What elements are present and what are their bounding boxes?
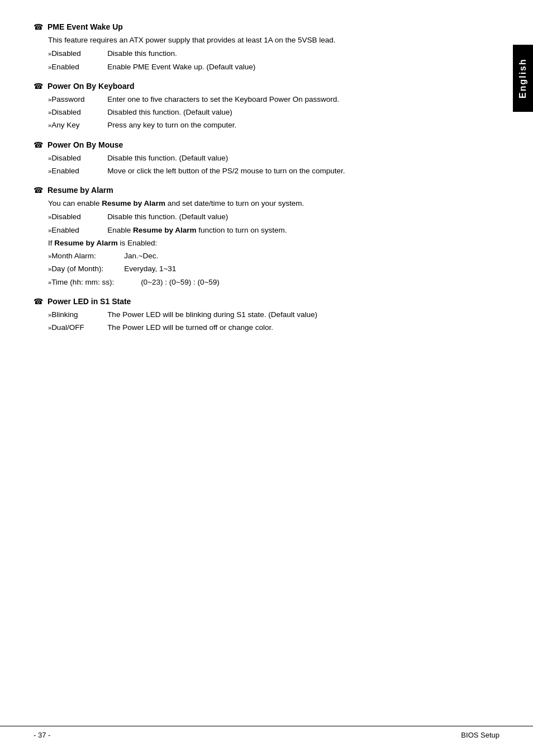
list-item: » Enabled Enable PME Event Wake up. (Def…	[48, 62, 472, 73]
item-key: Month Alarm:	[51, 252, 124, 260]
item-desc: Disable this function. (Default value)	[107, 211, 228, 223]
item-key: Day (of Month):	[51, 264, 124, 273]
section-resume-by-alarm: ☎ Resume by Alarm You can enable Resume …	[34, 186, 472, 288]
list-item: » Disabled Disable this function.	[48, 48, 472, 59]
section-header: ☎ Power On By Keyboard	[34, 82, 472, 91]
item-key: Disabled	[51, 108, 107, 116]
item-key: Enabled	[51, 63, 107, 71]
section-power-on-by-mouse: ☎ Power On By Mouse » Disabled Disable t…	[34, 140, 472, 177]
sidebar-label: English	[518, 58, 528, 98]
footer-label: BIOS Setup	[461, 731, 499, 739]
item-desc: Press any key to turn on the computer.	[107, 120, 236, 131]
phone-icon: ☎	[34, 186, 43, 195]
item-key: Blinking	[51, 310, 107, 319]
item-key: Disabled	[51, 212, 107, 221]
list-item: » Enabled Move or click the left button …	[48, 166, 472, 177]
list-item: » Disabled Disable this function. (Defau…	[48, 211, 472, 223]
item-key: Enabled	[51, 226, 107, 234]
item-desc: Disable this function.	[107, 48, 177, 59]
section-intro: You can enable Resume by Alarm and set d…	[48, 198, 472, 209]
section-pme-event-wake-up: ☎ PME Event Wake Up This feature require…	[34, 22, 472, 73]
item-key: Any Key	[51, 121, 107, 129]
phone-icon: ☎	[34, 82, 43, 91]
item-desc: Enable PME Event Wake up. (Default value…	[107, 62, 255, 73]
item-key: Password	[51, 95, 107, 103]
phone-icon: ☎	[34, 22, 43, 31]
section-header: ☎ Power LED in S1 State	[34, 297, 472, 306]
footer: - 37 - BIOS Setup	[0, 726, 533, 739]
sidebar-tab: English	[513, 45, 533, 112]
item-desc: Jan.~Dec.	[124, 251, 158, 262]
item-key: Time (hh: mm: ss):	[51, 278, 141, 286]
item-key: Enabled	[51, 167, 107, 175]
section-power-on-by-keyboard: ☎ Power On By Keyboard » Password Enter …	[34, 82, 472, 131]
item-desc: Disabled this function. (Default value)	[107, 107, 232, 118]
list-item: » Blinking The Power LED will be blinkin…	[48, 309, 472, 320]
section-header: ☎ Power On By Mouse	[34, 140, 472, 149]
item-desc: Disable this function. (Default value)	[107, 153, 228, 164]
item-desc: Everyday, 1~31	[124, 263, 176, 275]
item-desc: Enable Resume by Alarm function to turn …	[107, 225, 287, 236]
list-item: » Dual/OFF The Power LED will be turned …	[48, 322, 472, 333]
section-intro: This feature requires an ATX power suppl…	[48, 35, 472, 46]
section-title: Power LED in S1 State	[47, 297, 131, 306]
phone-icon: ☎	[34, 297, 43, 306]
list-item: » Day (of Month): Everyday, 1~31	[48, 263, 472, 275]
content-area: ☎ PME Event Wake Up This feature require…	[34, 22, 499, 333]
list-item: » Month Alarm: Jan.~Dec.	[48, 251, 472, 262]
item-desc: The Power LED will be turned off or chan…	[107, 322, 273, 333]
section-title: PME Event Wake Up	[47, 22, 123, 31]
footer-page-number: - 37 -	[34, 731, 50, 739]
page-container: English ☎ PME Event Wake Up This feature…	[0, 0, 533, 756]
section-title: Power On By Mouse	[47, 140, 123, 149]
list-item: » Disabled Disabled this function. (Defa…	[48, 107, 472, 118]
section-title: Resume by Alarm	[47, 186, 113, 195]
item-desc: If Resume by Alarm is Enabled:	[48, 238, 157, 249]
list-item: » Time (hh: mm: ss): (0~23) : (0~59) : (…	[48, 277, 472, 288]
list-item: » Disabled Disable this function. (Defau…	[48, 153, 472, 164]
item-key: Disabled	[51, 154, 107, 162]
section-header: ☎ PME Event Wake Up	[34, 22, 472, 31]
section-title: Power On By Keyboard	[47, 82, 135, 91]
list-item: » Any Key Press any key to turn on the c…	[48, 120, 472, 131]
list-item: » Password Enter one to five characters …	[48, 94, 472, 105]
item-desc: The Power LED will be blinking during S1…	[107, 309, 317, 320]
item-key: Dual/OFF	[51, 323, 107, 332]
list-item: » Enabled Enable Resume by Alarm functio…	[48, 225, 472, 236]
phone-icon: ☎	[34, 140, 43, 149]
item-desc: Move or click the left button of the PS/…	[107, 166, 345, 177]
item-key: Disabled	[51, 49, 107, 58]
item-desc: Enter one to five characters to set the …	[107, 94, 339, 105]
list-item: If Resume by Alarm is Enabled:	[48, 238, 472, 249]
section-power-led-s1-state: ☎ Power LED in S1 State » Blinking The P…	[34, 297, 472, 334]
section-header: ☎ Resume by Alarm	[34, 186, 472, 195]
item-desc: (0~23) : (0~59) : (0~59)	[141, 277, 220, 288]
